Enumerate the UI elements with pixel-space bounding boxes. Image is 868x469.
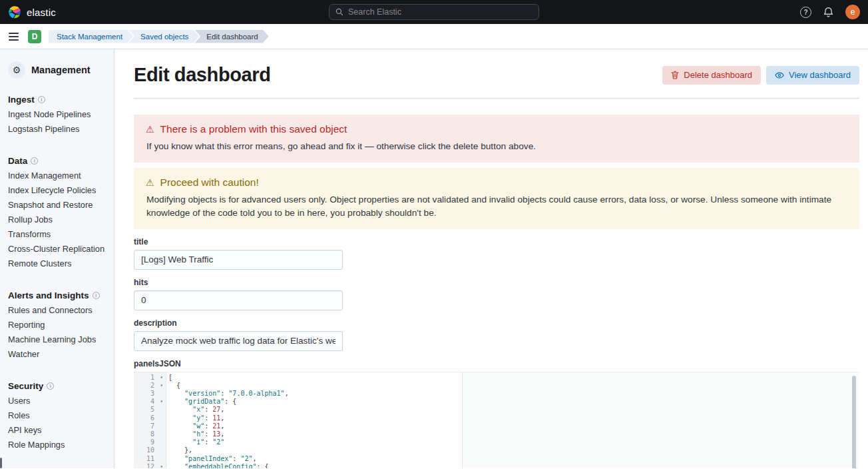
title-field[interactable]	[134, 250, 343, 270]
field-label: description	[134, 318, 859, 328]
line-number: 4▾	[134, 398, 166, 406]
caution-callout-title: Proceed with caution!	[160, 177, 259, 189]
notifications-bell-icon[interactable]	[823, 7, 834, 18]
sidebar-section-heading: Securityi	[8, 378, 106, 393]
sidebar-item[interactable]: Ingest Node Pipelines	[8, 107, 106, 121]
delete-dashboard-button[interactable]: Delete dashboard	[662, 66, 761, 85]
line-number: 3	[134, 390, 166, 398]
sidebar-item[interactable]: API keys	[8, 422, 106, 437]
breadcrumb-item: Edit dashboard	[194, 30, 268, 43]
line-number: 7	[134, 422, 166, 430]
editor-lines: 1▾[2▾ {3 "version": "7.0.0-alpha1",4▾ "g…	[134, 372, 859, 468]
search-input[interactable]	[348, 7, 533, 17]
code-line-text: "panelIndex": "2",	[166, 455, 256, 463]
hits-field[interactable]	[134, 290, 343, 310]
sidebar-item[interactable]: Roles	[8, 408, 106, 422]
sidebar-section-heading: Datai	[8, 153, 106, 168]
error-callout-body: If you know what this error means, go ah…	[146, 140, 847, 154]
menu-hamburger-icon[interactable]	[7, 30, 21, 43]
sidebar-section-heading-label: Alerts and Insights	[8, 290, 89, 300]
delete-dashboard-label: Delete dashboard	[684, 70, 752, 80]
code-line-text: "y": 11,	[166, 414, 224, 422]
page-title: Edit dashboard	[134, 64, 270, 86]
code-line-text: "i": "2"	[166, 438, 224, 446]
editor-line: 9 "i": "2"	[134, 438, 859, 446]
info-icon: i	[93, 292, 100, 299]
sidebar-section: DataiIndex ManagementIndex Lifecycle Pol…	[8, 153, 106, 270]
editor-scrollbar[interactable]	[852, 376, 856, 468]
sidebar-item[interactable]: Users	[8, 393, 106, 408]
sidebar-item[interactable]: Index Management	[8, 168, 106, 183]
brand-name: elastic	[27, 7, 56, 18]
global-search-box	[329, 4, 539, 20]
editor-line: 2▾ {	[134, 382, 859, 390]
editor-line: 12▾ "embeddableConfig": {	[134, 463, 859, 468]
panelsJSON-label: panelsJSON	[134, 359, 859, 368]
sidebar-section: IngestiIngest Node PipelinesLogstash Pip…	[8, 92, 106, 136]
line-number: 10	[134, 446, 166, 454]
breadcrumb-bar: D Stack ManagementSaved objectsEdit dash…	[0, 24, 868, 49]
user-avatar[interactable]: e	[845, 5, 860, 19]
sidebar-item[interactable]: Watcher	[8, 346, 106, 361]
view-dashboard-label: View dashboard	[789, 70, 851, 80]
sidebar-item[interactable]: Machine Learning Jobs	[8, 332, 106, 346]
editor-line: 5 "x": 27,	[134, 406, 859, 414]
sidebar-item[interactable]: Logstash Pipelines	[8, 121, 106, 136]
app-window: elastic ? e D Stack ManagementSaved obje…	[0, 0, 868, 469]
line-number: 2▾	[134, 382, 166, 390]
form-field: title	[134, 237, 859, 270]
line-number: 6	[134, 414, 166, 422]
description-field[interactable]	[134, 331, 343, 351]
line-number: 9	[134, 438, 166, 446]
top-header-bar: elastic ? e	[0, 0, 868, 24]
sidebar-item[interactable]: Cross-Cluster Replication	[8, 241, 106, 256]
sidebar-item[interactable]: Rules and Connectors	[8, 302, 106, 317]
panelsJSON-code-editor[interactable]: 1▾[2▾ {3 "version": "7.0.0-alpha1",4▾ "g…	[134, 372, 859, 468]
sidebar-section-heading-label: Ingest	[8, 95, 35, 105]
editor-line: 6 "y": 11,	[134, 414, 859, 422]
editor-line: 4▾ "gridData": {	[134, 398, 859, 406]
sidebar-item[interactable]: Role Mappings	[8, 437, 106, 452]
sidebar-item[interactable]: Snapshot and Restore	[8, 197, 106, 212]
sidebar-item[interactable]: Reporting	[8, 317, 106, 332]
code-line-text: "gridData": {	[166, 398, 236, 406]
error-callout-title: There is a problem with this saved objec…	[160, 123, 347, 135]
line-number: 12▾	[134, 463, 166, 468]
fold-toggle-icon[interactable]: ▾	[160, 374, 163, 382]
sidebar-item[interactable]: Remote Clusters	[8, 256, 106, 270]
code-line-text: {	[166, 382, 180, 390]
line-number: 11	[134, 455, 166, 463]
fold-toggle-icon[interactable]: ▾	[160, 398, 163, 406]
breadcrumbs: Stack ManagementSaved objectsEdit dashbo…	[49, 30, 269, 43]
sidebar-section-heading: Ingesti	[8, 92, 106, 107]
sidebar-section: SecurityiUsersRolesAPI keysRole Mappings	[8, 378, 106, 452]
editor-line: 7 "w": 21,	[134, 422, 859, 430]
trash-icon	[671, 71, 679, 79]
view-dashboard-button[interactable]: View dashboard	[766, 66, 859, 85]
breadcrumb-item[interactable]: Stack Management	[49, 30, 133, 43]
editor-line: 8 "h": 13,	[134, 430, 859, 438]
sidebar-item[interactable]: Transforms	[8, 227, 106, 241]
field-label: title	[134, 237, 859, 246]
management-sidebar: ⚙ Management IngestiIngest Node Pipeline…	[0, 49, 114, 468]
main-content: Edit dashboard Delete dashboard View	[114, 49, 868, 468]
sidebar-section-heading-label: Data	[8, 156, 27, 166]
elastic-home-link[interactable]: elastic	[8, 5, 56, 19]
code-line-text: "h": 13,	[166, 430, 224, 438]
breadcrumb-item[interactable]: Saved objects	[128, 30, 199, 43]
code-line-text: "embeddableConfig": {	[166, 463, 269, 468]
line-number: 8	[134, 430, 166, 438]
editor-line: 10 },	[134, 446, 859, 454]
sidebar-scrollbar[interactable]	[0, 458, 2, 468]
form-field: hits	[134, 278, 859, 310]
header-actions: ? e	[800, 5, 860, 19]
help-icon[interactable]: ?	[800, 7, 811, 18]
fold-toggle-icon[interactable]: ▾	[160, 382, 163, 390]
fold-toggle-icon[interactable]: ▾	[160, 463, 163, 468]
sidebar-item[interactable]: Index Lifecycle Policies	[8, 183, 106, 197]
code-line-text: "x": 27,	[166, 406, 224, 414]
code-line-text: },	[166, 446, 192, 454]
info-icon: i	[31, 157, 38, 165]
elastic-logo-icon	[8, 5, 21, 19]
sidebar-item[interactable]: Rollup Jobs	[8, 212, 106, 227]
